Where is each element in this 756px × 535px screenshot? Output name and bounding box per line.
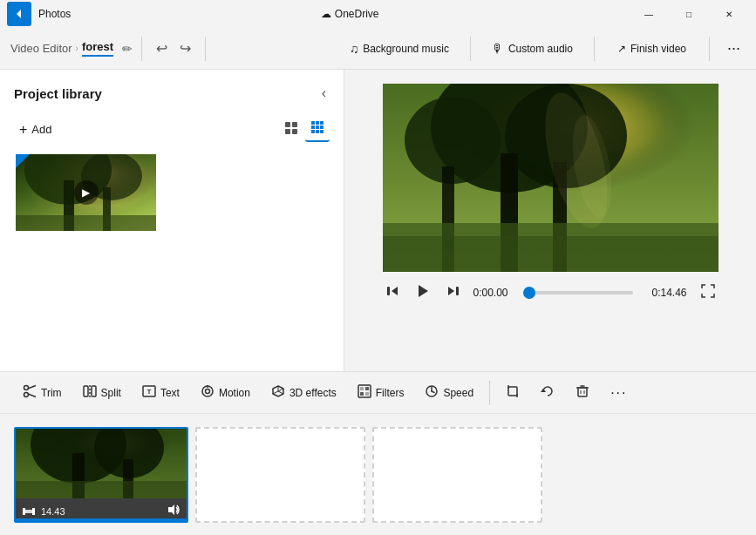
svg-rect-53 bbox=[365, 392, 369, 396]
minimize-button[interactable]: — bbox=[629, 0, 669, 28]
background-music-button[interactable]: ♫ Background music bbox=[341, 37, 458, 60]
speed-button[interactable]: Speed bbox=[416, 379, 482, 406]
back-button[interactable] bbox=[7, 2, 31, 26]
3d-effects-button[interactable]: 3D effects bbox=[262, 379, 345, 406]
svg-text:T: T bbox=[146, 388, 151, 396]
titlebar-left: Photos bbox=[7, 2, 71, 26]
finish-video-button[interactable]: ↗ Finish video bbox=[607, 38, 697, 59]
svg-rect-8 bbox=[311, 125, 315, 129]
onedrive-icon: ☁ bbox=[321, 8, 331, 20]
media-corner-indicator bbox=[16, 154, 30, 168]
restore-button[interactable]: □ bbox=[669, 0, 709, 28]
add-icon: + bbox=[19, 122, 27, 138]
svg-rect-12 bbox=[316, 130, 319, 133]
trim-button[interactable]: Trim bbox=[14, 379, 71, 406]
crop-button[interactable] bbox=[497, 379, 528, 406]
play-button[interactable] bbox=[412, 281, 433, 305]
split-label: Split bbox=[101, 387, 121, 399]
action-buttons: ♫ Background music 🎙 Custom audio ↗ Fini… bbox=[341, 36, 746, 61]
more-edit-icon: ··· bbox=[610, 385, 627, 401]
panel-title: Project library bbox=[14, 86, 102, 101]
playback-controls: 0:00.00 0:14.46 bbox=[383, 281, 719, 305]
filters-icon bbox=[358, 384, 371, 401]
titlebar: Photos ☁ OneDrive — □ ✕ bbox=[0, 0, 756, 28]
timeline-clip[interactable]: 14.43 bbox=[14, 427, 188, 523]
motion-label: Motion bbox=[219, 387, 250, 399]
motion-icon bbox=[201, 384, 215, 401]
separator-5 bbox=[709, 37, 710, 61]
svg-rect-41 bbox=[84, 386, 88, 396]
separator-3 bbox=[470, 37, 471, 61]
panel-collapse-button[interactable]: ‹ bbox=[318, 82, 330, 105]
svg-rect-13 bbox=[320, 130, 324, 133]
filters-button[interactable]: Filters bbox=[349, 379, 413, 406]
svg-rect-59 bbox=[578, 388, 587, 396]
media-item[interactable]: ▶ bbox=[14, 152, 158, 233]
svg-marker-34 bbox=[419, 285, 428, 297]
text-label: Text bbox=[160, 387, 180, 399]
svg-rect-29 bbox=[383, 236, 719, 272]
separator-2 bbox=[205, 37, 206, 61]
trim-icon bbox=[23, 384, 37, 401]
effects-label: 3D effects bbox=[289, 387, 337, 399]
speed-label: Speed bbox=[443, 387, 473, 399]
trim-label: Trim bbox=[41, 387, 62, 399]
breadcrumb-parent[interactable]: Video Editor bbox=[10, 42, 72, 55]
bg-music-icon: ♫ bbox=[350, 42, 359, 56]
svg-rect-6 bbox=[316, 121, 319, 125]
view-large-grid-button[interactable] bbox=[279, 117, 303, 142]
svg-rect-5 bbox=[311, 121, 315, 125]
svg-marker-58 bbox=[541, 389, 546, 392]
delete-icon bbox=[576, 384, 589, 401]
view-small-grid-button[interactable] bbox=[305, 117, 330, 142]
custom-audio-label: Custom audio bbox=[508, 43, 573, 55]
view-toggle bbox=[279, 117, 330, 142]
progress-thumb[interactable] bbox=[523, 287, 535, 299]
breadcrumb-separator: › bbox=[76, 44, 78, 53]
close-button[interactable]: ✕ bbox=[709, 0, 749, 28]
svg-rect-50 bbox=[360, 387, 364, 390]
svg-rect-2 bbox=[292, 122, 297, 127]
delete-button[interactable] bbox=[567, 379, 598, 406]
clip-duration: 14.43 bbox=[23, 506, 65, 517]
redo-button[interactable]: ↪ bbox=[174, 37, 196, 60]
svg-rect-9 bbox=[316, 125, 319, 129]
svg-rect-70 bbox=[16, 481, 188, 498]
timeline-thumbnail bbox=[16, 429, 187, 498]
svg-rect-42 bbox=[92, 386, 96, 396]
svg-point-38 bbox=[24, 393, 29, 397]
video-preview-panel: 0:00.00 0:14.46 bbox=[344, 70, 756, 371]
undo-redo-group: ↩ ↪ bbox=[151, 37, 196, 60]
progress-bar[interactable] bbox=[528, 291, 633, 295]
time-total: 0:14.46 bbox=[644, 287, 687, 299]
step-forward-button[interactable] bbox=[444, 281, 463, 304]
time-current: 0:00.00 bbox=[473, 287, 517, 299]
step-back-button[interactable] bbox=[383, 281, 402, 304]
main-area: Project library ‹ + Add bbox=[0, 70, 756, 371]
svg-line-40 bbox=[28, 394, 36, 397]
timeline-empty-slot-2[interactable] bbox=[372, 427, 542, 523]
undo-button[interactable]: ↩ bbox=[151, 37, 173, 60]
breadcrumb-current: forest bbox=[82, 40, 113, 57]
onedrive-label: OneDrive bbox=[335, 8, 379, 20]
rotate-icon bbox=[541, 384, 555, 401]
text-button[interactable]: T Text bbox=[133, 379, 188, 406]
more-options-button[interactable]: ··· bbox=[722, 36, 746, 61]
custom-audio-button[interactable]: 🎙 Custom audio bbox=[483, 37, 582, 60]
split-button[interactable]: Split bbox=[74, 379, 130, 406]
svg-rect-10 bbox=[320, 125, 324, 129]
fullscreen-button[interactable] bbox=[698, 281, 719, 305]
add-media-button[interactable]: + Add bbox=[14, 119, 57, 141]
svg-point-37 bbox=[24, 386, 29, 390]
svg-marker-35 bbox=[448, 287, 454, 295]
filters-label: Filters bbox=[376, 387, 405, 399]
timeline: 14.43 bbox=[0, 413, 756, 535]
timeline-empty-slot-1[interactable] bbox=[195, 427, 365, 523]
motion-button[interactable]: Motion bbox=[192, 379, 259, 406]
command-bar: Video Editor › forest ✏ ↩ ↪ ♫ Background… bbox=[0, 28, 756, 70]
play-overlay: ▶ bbox=[74, 180, 99, 205]
more-edit-button[interactable]: ··· bbox=[602, 380, 636, 406]
rotate-button[interactable] bbox=[532, 379, 563, 406]
rename-icon[interactable]: ✏ bbox=[122, 42, 133, 56]
svg-rect-51 bbox=[365, 387, 369, 390]
